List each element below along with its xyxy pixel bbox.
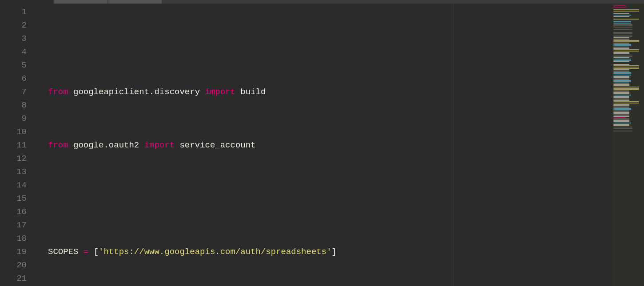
line-number: 13	[0, 165, 27, 179]
line-number-gutter: 1 2 3 4 5 6 7 8 9 10 11 12 13 14 15 16 1…	[0, 4, 35, 286]
line-number: 8	[0, 99, 27, 112]
line-number: 9	[0, 112, 27, 125]
code-line[interactable]	[35, 32, 612, 45]
line-number: 10	[0, 125, 27, 139]
line-number: 17	[0, 218, 27, 232]
line-number: 1	[0, 5, 27, 19]
code-line[interactable]: SCOPES = ['https://www.googleapis.com/au…	[35, 245, 612, 258]
line-number: 5	[0, 59, 27, 72]
line-number: 3	[0, 32, 27, 45]
tab-bar[interactable]	[0, 0, 644, 4]
line-number: 21	[0, 272, 27, 285]
line-number: 12	[0, 152, 27, 165]
tab-active[interactable]	[0, 0, 53, 4]
code-area[interactable]: from googleapiclient.discovery import bu…	[35, 4, 612, 286]
line-number: 18	[0, 232, 27, 245]
editor[interactable]: 1 2 3 4 5 6 7 8 9 10 11 12 13 14 15 16 1…	[0, 4, 644, 286]
line-number: 19	[0, 245, 27, 258]
code-line[interactable]	[35, 192, 612, 205]
line-number: 20	[0, 258, 27, 272]
tab-2[interactable]	[54, 0, 107, 4]
tab-3[interactable]	[108, 0, 162, 4]
code-line[interactable]: from googleapiclient.discovery import bu…	[35, 85, 612, 99]
line-number: 14	[0, 179, 27, 192]
line-number: 7	[0, 85, 27, 99]
minimap[interactable]	[612, 4, 644, 286]
line-number: 11	[0, 139, 27, 152]
line-number: 6	[0, 72, 27, 85]
line-number: 4	[0, 45, 27, 59]
line-number: 2	[0, 19, 27, 32]
line-number: 16	[0, 205, 27, 218]
code-line[interactable]: from google.oauth2 import service_accoun…	[35, 139, 612, 152]
line-number: 15	[0, 192, 27, 205]
